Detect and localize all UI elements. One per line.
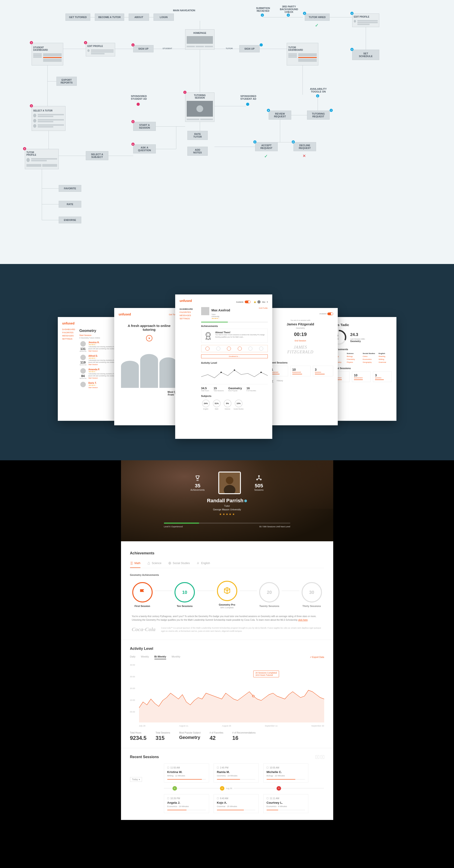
node-decline: DECLINE REQUEST [294, 142, 316, 151]
profile-hero: 35 Achievements 505 Sessions Randall Par… [121, 460, 333, 541]
level-label: Level 8: Experienced [164, 526, 183, 528]
session-card[interactable]: 8:40 AMKojo A.Grammar · 25 Minutes [214, 794, 259, 813]
profile-name: Randall Parrish [207, 498, 243, 503]
node-review-request: REVIEW REQUEST [269, 111, 291, 120]
tab-social-studies[interactable]: Social Studies [168, 560, 190, 568]
svg-point-11 [256, 479, 258, 480]
today-selector[interactable]: Today ▾ [130, 777, 142, 782]
session-card[interactable]: 10:26 PMAngela J.Economics · 19 Minutes [164, 794, 209, 813]
node-get-tutored: GET TUTORED [65, 13, 90, 21]
landing-headline: A fresh approach to online tutoring [128, 324, 171, 332]
menu-dashboard[interactable]: DASHBOARD [180, 308, 196, 310]
activity-tab-weekly[interactable]: Weekly [141, 655, 149, 659]
dot-b7: 7 [330, 109, 333, 112]
achievements-title: Achievements [130, 551, 324, 555]
pager-prev[interactable]: ‹ [315, 755, 319, 759]
tab-science[interactable]: Science [147, 560, 161, 568]
session-card[interactable]: 11:55 AMKristina W.Writing · 12 Minutes [164, 764, 209, 782]
node-add-notes: ADD NOTES [187, 147, 208, 156]
badge-ten-sessions: 10Ten Sessions [172, 582, 197, 608]
dot-p4: 4 [30, 104, 33, 107]
sessions-title: Recent Sessions [130, 755, 159, 759]
stat--of-recommendations: # of Recommendations16 [232, 732, 255, 741]
node-student-dashboard: STUDENT DASHBOARD [32, 43, 63, 65]
node-tutor-profile: TUTOR PROFILE [25, 149, 59, 169]
dot-p1: 1 [131, 43, 134, 46]
rating-stars: ★ ★ ★ ★ ★ [121, 513, 333, 516]
mockups-section: unfused DASHBOARD FAVORITES MESSAGES SET… [0, 264, 454, 460]
activity-tab-monthly[interactable]: Monthly [172, 655, 180, 659]
session-card[interactable]: 2:45 PMRamla M.Geometry · 19 Minutes [214, 764, 259, 782]
dot-1: 1 [261, 13, 264, 17]
dot-p2: 2 [84, 41, 87, 44]
side-messages[interactable]: MESSAGES [62, 335, 76, 337]
profile-name: Max Axelrod [212, 308, 257, 312]
node-edit-profile-l: EDIT PROFILE [86, 43, 115, 56]
main-nav-heading: MAIN NAVIGATION [150, 9, 218, 12]
tab-english[interactable]: English [196, 560, 210, 568]
activity-stats: Total Hours9234.5Total Sessions315Most P… [130, 732, 324, 741]
dot-sp-l [137, 103, 140, 106]
svg-point-0 [206, 332, 210, 337]
profile-section: 35 Achievements 505 Sessions Randall Par… [0, 460, 454, 834]
svg-point-10 [259, 475, 260, 476]
dot-3: 3 [303, 12, 306, 15]
level-progress-text: 55 / 580 Sessions Until Next Level [259, 526, 290, 528]
export-data-link[interactable]: ↗ Export Data [310, 656, 324, 658]
end-session-link[interactable]: End Session [277, 340, 324, 342]
availability-toggle[interactable] [245, 301, 250, 303]
stat-most-popular-subject: Most Popular SubjectGeometry [179, 732, 201, 741]
node-become-tutor: BECOME A TUTOR [95, 13, 124, 21]
network-icon [256, 475, 262, 481]
session-card[interactable]: 11:11 AMCourtney L.Economics · 8 Minutes [263, 794, 308, 813]
session-card[interactable]: 10:55 AMMichelle C.Biology · 22 Minutes [263, 764, 308, 782]
activity-tab-bi-weekly[interactable]: Bi-Weekly [154, 655, 166, 659]
disclaimer-link[interactable]: click here [298, 619, 307, 621]
sessions-timeline: ••Aug 30• [164, 786, 324, 790]
dot-b0 [260, 43, 263, 46]
achievement-disclaimer: You're a twenty-first century Pythagoras… [130, 615, 324, 622]
node-tutoring-session: TUTORING SESSION [185, 93, 214, 122]
cross-icon: ✕ [303, 153, 306, 158]
node-submission: SUBMITION RECIEVED [253, 7, 273, 12]
achievements-panel: Achievements MathScienceSocial StudiesEn… [121, 545, 333, 640]
side-settings[interactable]: SETTINGS [62, 338, 76, 340]
activity-chart: 40:0030:0020:0010:0005:00 20 Sessions Co… [130, 664, 324, 722]
menu-favorites[interactable]: FAVORITES [180, 311, 196, 313]
side-dashboard[interactable]: DASHBOARD [62, 328, 76, 331]
node-select-tutor: SELECT A TUTOR [32, 106, 65, 131]
trophy-icon [194, 475, 201, 481]
svg-point-8 [226, 476, 233, 484]
mock-session: Available You are in a session with Jame… [263, 308, 338, 425]
activity-tabs: DailyWeeklyBi-WeeklyMonthly [130, 655, 180, 659]
node-rate: RATE [59, 201, 81, 208]
chart-callout: 20 Sessions Completed 18.9 Hours Tutored [253, 671, 279, 677]
menu-settings[interactable]: SETTINGS [180, 317, 196, 320]
node-export: EXPORT REPORTS [56, 77, 77, 86]
edit-profile-link[interactable]: Edit Profile [259, 307, 268, 309]
badge-geometry-pro: Geometry Pro58% Complete [215, 581, 240, 609]
achievement-badges: First Session10Ten SessionsGeometry Pro5… [130, 581, 324, 609]
sessions-pager: ‹ › [315, 755, 324, 759]
activity-title: Activity Level [130, 647, 324, 651]
node-homepage: HOMEPAGE [185, 29, 214, 50]
node-endorse: ENDORSE [59, 217, 81, 223]
node-signup-r: SIGN UP [239, 45, 260, 52]
check-icon-2: ✓ [264, 153, 268, 159]
dot-sp-r [246, 103, 249, 106]
node-rate-tutor: RATE TUTOR [187, 131, 208, 140]
node-availability: AVAILABILITY TOGGLE ON [307, 88, 330, 93]
tab-math[interactable]: Math [130, 560, 141, 568]
dot-b5: 5 [351, 48, 354, 51]
node-select-subject: SELECT A SUBJECT [86, 151, 109, 160]
activity-tab-daily[interactable]: Daily [130, 655, 135, 659]
subject-label: Geometry Achievements [130, 574, 324, 576]
subject-tabs: MathScienceSocial StudiesEnglish [130, 560, 324, 568]
pager-next[interactable]: › [321, 755, 324, 759]
svg-point-12 [260, 479, 262, 480]
badge-thirty-sessions: 30Thirty Sessions [299, 582, 324, 608]
menu-messages[interactable]: MESSAGES [180, 314, 196, 316]
side-favorites[interactable]: FAVORITES [62, 332, 76, 334]
stat-sessions: 505 Sessions [254, 475, 264, 491]
badge-twenty-sessions: 20Twenty Sessions [257, 582, 282, 608]
